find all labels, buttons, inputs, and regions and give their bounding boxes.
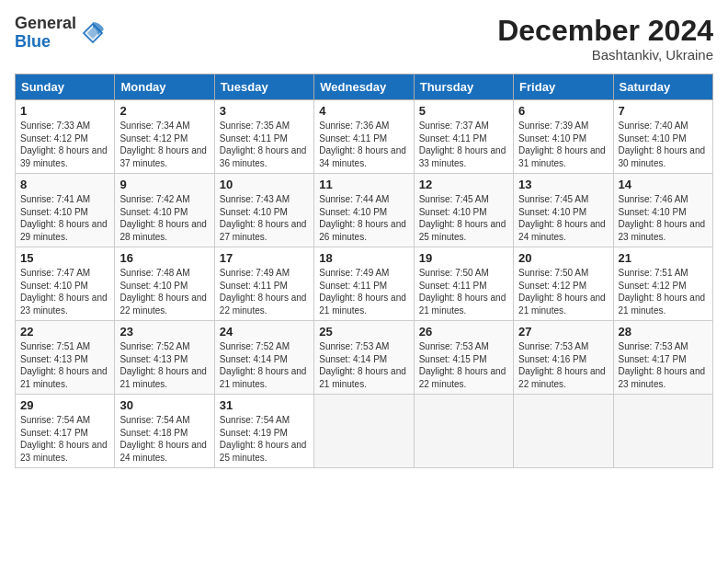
month-title: December 2024: [497, 15, 713, 47]
calendar-header-tuesday: Tuesday: [214, 75, 313, 100]
day-info: Sunrise: 7:50 AMSunset: 4:11 PMDaylight:…: [419, 268, 506, 316]
day-info: Sunrise: 7:54 AMSunset: 4:19 PMDaylight:…: [220, 415, 307, 463]
calendar-day-cell: 11 Sunrise: 7:44 AMSunset: 4:10 PMDaylig…: [314, 174, 414, 247]
calendar-day-cell: 20 Sunrise: 7:50 AMSunset: 4:12 PMDaylig…: [514, 247, 613, 321]
day-info: Sunrise: 7:53 AMSunset: 4:16 PMDaylight:…: [518, 341, 606, 389]
day-info: Sunrise: 7:49 AMSunset: 4:11 PMDaylight:…: [220, 268, 307, 316]
day-info: Sunrise: 7:52 AMSunset: 4:14 PMDaylight:…: [220, 341, 307, 389]
calendar-day-cell: 31 Sunrise: 7:54 AMSunset: 4:19 PMDaylig…: [214, 395, 313, 468]
calendar-header-thursday: Thursday: [414, 75, 513, 100]
day-info: Sunrise: 7:51 AMSunset: 4:13 PMDaylight:…: [20, 341, 108, 389]
day-number: 5: [419, 104, 508, 118]
calendar-day-cell: 24 Sunrise: 7:52 AMSunset: 4:14 PMDaylig…: [214, 321, 313, 395]
day-info: Sunrise: 7:49 AMSunset: 4:11 PMDaylight:…: [319, 268, 406, 316]
day-number: 1: [20, 104, 109, 118]
day-number: 3: [220, 104, 309, 118]
day-info: Sunrise: 7:36 AMSunset: 4:11 PMDaylight:…: [319, 121, 406, 168]
day-info: Sunrise: 7:42 AMSunset: 4:10 PMDaylight:…: [119, 194, 207, 242]
day-number: 6: [518, 104, 608, 118]
calendar-day-cell: 15 Sunrise: 7:47 AMSunset: 4:10 PMDaylig…: [16, 247, 115, 321]
day-number: 29: [20, 398, 109, 412]
day-number: 24: [220, 325, 309, 339]
calendar-day-cell: 17 Sunrise: 7:49 AMSunset: 4:11 PMDaylig…: [214, 247, 313, 321]
day-number: 27: [518, 325, 608, 339]
day-info: Sunrise: 7:43 AMSunset: 4:10 PMDaylight:…: [220, 194, 307, 242]
day-number: 22: [20, 325, 109, 339]
day-number: 19: [419, 251, 508, 265]
day-number: 25: [319, 325, 408, 339]
calendar-day-cell: 16 Sunrise: 7:48 AMSunset: 4:10 PMDaylig…: [115, 247, 214, 321]
calendar-empty-cell: [314, 395, 414, 468]
calendar-day-cell: 30 Sunrise: 7:54 AMSunset: 4:18 PMDaylig…: [115, 395, 214, 468]
day-info: Sunrise: 7:52 AMSunset: 4:13 PMDaylight:…: [119, 341, 207, 389]
day-number: 9: [119, 178, 209, 191]
calendar-week-row: 15 Sunrise: 7:47 AMSunset: 4:10 PMDaylig…: [16, 247, 713, 321]
day-info: Sunrise: 7:35 AMSunset: 4:11 PMDaylight:…: [220, 121, 307, 168]
calendar-day-cell: 9 Sunrise: 7:42 AMSunset: 4:10 PMDayligh…: [115, 174, 214, 247]
calendar-empty-cell: [414, 395, 513, 468]
page-header: General Blue December 2024 Bashtankiv, U…: [15, 15, 713, 63]
calendar-day-cell: 6 Sunrise: 7:39 AMSunset: 4:10 PMDayligh…: [514, 100, 613, 174]
day-info: Sunrise: 7:53 AMSunset: 4:17 PMDaylight:…: [619, 341, 706, 389]
title-block: December 2024 Bashtankiv, Ukraine: [497, 15, 713, 63]
calendar-day-cell: 27 Sunrise: 7:53 AMSunset: 4:16 PMDaylig…: [514, 321, 613, 395]
day-info: Sunrise: 7:41 AMSunset: 4:10 PMDaylight:…: [20, 194, 108, 242]
calendar-day-cell: 26 Sunrise: 7:53 AMSunset: 4:15 PMDaylig…: [414, 321, 513, 395]
day-info: Sunrise: 7:34 AMSunset: 4:12 PMDaylight:…: [119, 121, 207, 168]
day-info: Sunrise: 7:37 AMSunset: 4:11 PMDaylight:…: [419, 121, 506, 168]
day-number: 21: [619, 251, 708, 265]
calendar-day-cell: 3 Sunrise: 7:35 AMSunset: 4:11 PMDayligh…: [214, 100, 313, 174]
day-number: 7: [619, 104, 708, 118]
calendar-day-cell: 10 Sunrise: 7:43 AMSunset: 4:10 PMDaylig…: [214, 174, 313, 247]
day-info: Sunrise: 7:51 AMSunset: 4:12 PMDaylight:…: [619, 268, 706, 316]
calendar-week-row: 29 Sunrise: 7:54 AMSunset: 4:17 PMDaylig…: [16, 395, 713, 468]
day-number: 20: [518, 251, 608, 265]
day-number: 4: [319, 104, 408, 118]
day-info: Sunrise: 7:54 AMSunset: 4:18 PMDaylight:…: [119, 415, 207, 463]
calendar-header-friday: Friday: [514, 75, 613, 100]
day-info: Sunrise: 7:33 AMSunset: 4:12 PMDaylight:…: [20, 121, 108, 168]
calendar-day-cell: 22 Sunrise: 7:51 AMSunset: 4:13 PMDaylig…: [16, 321, 115, 395]
calendar-day-cell: 12 Sunrise: 7:45 AMSunset: 4:10 PMDaylig…: [414, 174, 513, 247]
day-info: Sunrise: 7:45 AMSunset: 4:10 PMDaylight:…: [419, 194, 506, 242]
calendar-header-sunday: Sunday: [16, 75, 115, 100]
location: Bashtankiv, Ukraine: [497, 47, 713, 63]
day-number: 17: [220, 251, 309, 265]
calendar-header-row: SundayMondayTuesdayWednesdayThursdayFrid…: [16, 75, 713, 100]
calendar-day-cell: 13 Sunrise: 7:45 AMSunset: 4:10 PMDaylig…: [514, 174, 613, 247]
day-number: 28: [619, 325, 708, 339]
day-number: 23: [119, 325, 209, 339]
calendar-header-saturday: Saturday: [613, 75, 712, 100]
calendar-empty-cell: [514, 395, 613, 468]
calendar-day-cell: 23 Sunrise: 7:52 AMSunset: 4:13 PMDaylig…: [115, 321, 214, 395]
day-number: 10: [220, 178, 309, 191]
day-info: Sunrise: 7:45 AMSunset: 4:10 PMDaylight:…: [518, 194, 606, 242]
calendar-week-row: 22 Sunrise: 7:51 AMSunset: 4:13 PMDaylig…: [16, 321, 713, 395]
day-number: 15: [20, 251, 109, 265]
calendar-day-cell: 4 Sunrise: 7:36 AMSunset: 4:11 PMDayligh…: [314, 100, 414, 174]
calendar-header-monday: Monday: [115, 75, 214, 100]
calendar-day-cell: 18 Sunrise: 7:49 AMSunset: 4:11 PMDaylig…: [314, 247, 414, 321]
logo-blue-text: Blue: [15, 33, 76, 52]
day-info: Sunrise: 7:53 AMSunset: 4:15 PMDaylight:…: [419, 341, 506, 389]
calendar-day-cell: 8 Sunrise: 7:41 AMSunset: 4:10 PMDayligh…: [16, 174, 115, 247]
day-number: 30: [119, 398, 209, 412]
day-number: 18: [319, 251, 408, 265]
day-number: 2: [119, 104, 209, 118]
logo-icon: [80, 20, 106, 46]
day-number: 26: [419, 325, 508, 339]
day-info: Sunrise: 7:40 AMSunset: 4:10 PMDaylight:…: [619, 121, 706, 168]
logo-general-text: General: [15, 15, 76, 33]
calendar-day-cell: 7 Sunrise: 7:40 AMSunset: 4:10 PMDayligh…: [613, 100, 712, 174]
calendar-day-cell: 21 Sunrise: 7:51 AMSunset: 4:12 PMDaylig…: [613, 247, 712, 321]
calendar-table: SundayMondayTuesdayWednesdayThursdayFrid…: [15, 74, 713, 468]
calendar-day-cell: 1 Sunrise: 7:33 AMSunset: 4:12 PMDayligh…: [16, 100, 115, 174]
calendar-day-cell: 29 Sunrise: 7:54 AMSunset: 4:17 PMDaylig…: [16, 395, 115, 468]
calendar-day-cell: 14 Sunrise: 7:46 AMSunset: 4:10 PMDaylig…: [613, 174, 712, 247]
day-number: 16: [119, 251, 209, 265]
day-number: 13: [518, 178, 608, 191]
logo: General Blue: [15, 15, 106, 52]
day-info: Sunrise: 7:44 AMSunset: 4:10 PMDaylight:…: [319, 194, 406, 242]
day-number: 12: [419, 178, 508, 191]
calendar-empty-cell: [613, 395, 712, 468]
